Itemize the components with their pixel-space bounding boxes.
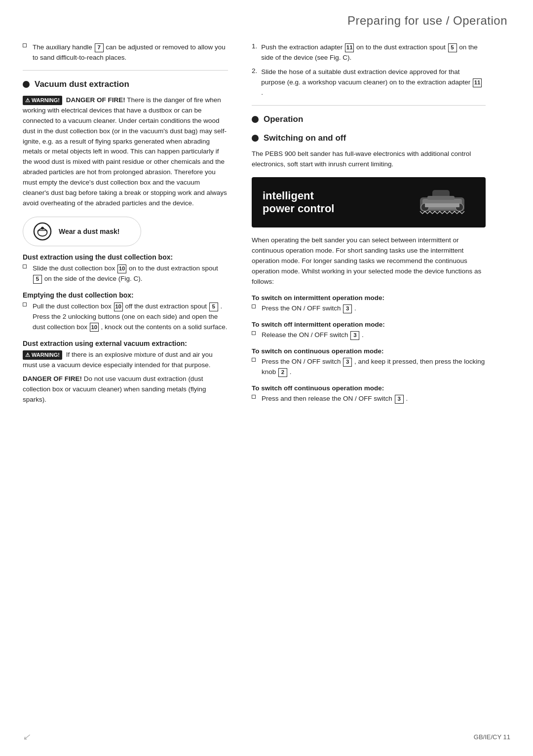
footer: ↙ GB/IE/CY 11 bbox=[0, 731, 533, 742]
emptying-text1: Pull the dust collection box 10 off the … bbox=[33, 302, 228, 333]
num-box-3d: 3 bbox=[395, 395, 404, 404]
num-box-2a: 2 bbox=[278, 368, 287, 377]
external-warning-text: ⚠ WARNING! If there is an explosive mixt… bbox=[23, 350, 228, 371]
bullet-sq-intermittent-on bbox=[252, 304, 256, 308]
right-column: 1. Push the extraction adapter 11 on to … bbox=[242, 42, 508, 410]
switching-section-heading: Switching on and off bbox=[252, 133, 486, 143]
svg-rect-7 bbox=[427, 196, 455, 200]
dust-mask-icon bbox=[33, 222, 52, 241]
svg-point-0 bbox=[34, 223, 51, 240]
divider bbox=[23, 70, 228, 71]
continuous-on-text: Press the ON / OFF switch 3 , and keep i… bbox=[262, 357, 486, 378]
warning-text: ⚠ WARNING! DANGER OF FIRE! There is the … bbox=[23, 95, 228, 209]
switching-heading-label: Switching on and off bbox=[264, 133, 346, 143]
dust-mask-box: Wear a dust mask! bbox=[23, 217, 141, 246]
divider2 bbox=[252, 105, 486, 106]
header-title: Preparing for use / Operation bbox=[347, 14, 507, 27]
bullet-sq-intermittent-off bbox=[252, 331, 256, 335]
step2-text: Slide the hose of a suitable dust extrac… bbox=[261, 67, 486, 98]
bullet-sq-icon3 bbox=[23, 302, 27, 306]
external-warning-icon: ⚠ WARNING! bbox=[23, 350, 62, 360]
operation-section-heading: Operation bbox=[252, 114, 486, 124]
pebs-intro-text: The PEBS 900 belt sander has full-wave e… bbox=[252, 149, 486, 170]
extraction-step-2: 2. Slide the hose of a suitable dust ext… bbox=[252, 67, 486, 98]
continuous-off-text: Press and then release the ON / OFF swit… bbox=[262, 394, 486, 404]
svg-rect-10 bbox=[425, 203, 459, 207]
vacuum-heading-label: Vacuum dust extraction bbox=[35, 79, 129, 89]
step-num-2: 2. bbox=[252, 67, 257, 75]
extraction-step-1: 1. Push the extraction adapter 11 on to … bbox=[252, 42, 486, 63]
ipc-line1: intelligent bbox=[263, 189, 334, 202]
continuous-off-heading: To switch off continuous operation mode: bbox=[252, 384, 486, 392]
dust-collection-text1: Slide the dust collection box 10 on to t… bbox=[33, 264, 228, 284]
bullet-sq-icon bbox=[23, 43, 27, 47]
sander-illustration bbox=[418, 185, 477, 220]
warning-fire-block: ⚠ WARNING! DANGER OF FIRE! There is the … bbox=[23, 95, 228, 209]
svg-point-1 bbox=[38, 228, 47, 236]
num-box-3c: 3 bbox=[343, 358, 352, 367]
ipc-banner: intelligent power control bbox=[252, 177, 486, 227]
num-box-5b: 5 bbox=[209, 302, 218, 311]
num-box-3b: 3 bbox=[350, 331, 359, 340]
page-title: Preparing for use / Operation bbox=[0, 0, 533, 33]
warning-icon: ⚠ WARNING! bbox=[23, 96, 62, 105]
num-box-7: 7 bbox=[95, 43, 104, 52]
num-box-3a: 3 bbox=[343, 304, 352, 313]
step-num-1: 1. bbox=[252, 42, 257, 50]
continuous-on-item: Press the ON / OFF switch 3 , and keep i… bbox=[252, 357, 486, 378]
external-warning-block: ⚠ WARNING! If there is an explosive mixt… bbox=[23, 350, 228, 406]
intermittent-off-text: Release the ON / OFF switch 3 . bbox=[262, 330, 486, 340]
footer-logo: ↙ bbox=[23, 731, 30, 742]
danger-fire-text: DANGER OF FIRE! Do not use vacuum dust e… bbox=[23, 374, 228, 405]
aux-handle-text: The auxiliary handle 7 can be adjusted o… bbox=[33, 42, 228, 63]
operation-heading-label: Operation bbox=[264, 114, 303, 124]
num-box-5c: 5 bbox=[448, 43, 457, 52]
step1-text: Push the extraction adapter 11 on to the… bbox=[261, 42, 486, 63]
num-box-10c: 10 bbox=[90, 323, 99, 332]
content-area: The auxiliary handle 7 can be adjusted o… bbox=[0, 33, 533, 410]
svg-point-3 bbox=[41, 227, 44, 229]
bullet-circle-operation bbox=[252, 116, 259, 123]
intermittent-on-text: Press the ON / OFF switch 3 . bbox=[262, 303, 486, 314]
dust-collection-heading: Dust extraction using the dust collectio… bbox=[23, 253, 228, 261]
emptying-item1: Pull the dust collection box 10 off the … bbox=[23, 302, 228, 333]
bullet-sq-continuous-on bbox=[252, 358, 256, 362]
bullet-sq-continuous-off bbox=[252, 395, 256, 399]
page: Preparing for use / Operation The auxili… bbox=[0, 0, 533, 756]
intermittent-on-heading: To switch on intermittent operation mode… bbox=[252, 294, 486, 302]
num-box-10a: 10 bbox=[117, 265, 126, 273]
bullet-circle-switching bbox=[252, 135, 259, 142]
vacuum-section-heading: Vacuum dust extraction bbox=[23, 79, 228, 89]
num-box-11b: 11 bbox=[473, 78, 482, 87]
continuous-on-heading: To switch on continuous operation mode: bbox=[252, 347, 486, 355]
intermittent-off-heading: To switch off intermittent operation mod… bbox=[252, 321, 486, 328]
num-box-5a: 5 bbox=[33, 275, 42, 284]
external-vacuum-heading: Dust extraction using external vacuum ex… bbox=[23, 340, 228, 347]
intermittent-off-item: Release the ON / OFF switch 3 . bbox=[252, 330, 486, 340]
num-box-11a: 11 bbox=[345, 43, 354, 52]
dust-collection-item1: Slide the dust collection box 10 on to t… bbox=[23, 264, 228, 284]
ipc-line2: power control bbox=[263, 202, 334, 215]
extraction-steps: 1. Push the extraction adapter 11 on to … bbox=[252, 42, 486, 98]
operation-desc-text: When operating the belt sander you can s… bbox=[252, 235, 486, 287]
bullet-sq-icon2 bbox=[23, 265, 27, 268]
emptying-heading: Emptying the dust collection box: bbox=[23, 291, 228, 299]
left-column: The auxiliary handle 7 can be adjusted o… bbox=[0, 42, 242, 410]
intermittent-on-item: Press the ON / OFF switch 3 . bbox=[252, 303, 486, 314]
num-box-10b: 10 bbox=[114, 302, 123, 311]
aux-handle-item: The auxiliary handle 7 can be adjusted o… bbox=[23, 42, 228, 63]
bullet-circle-icon bbox=[23, 81, 30, 88]
dust-mask-label: Wear a dust mask! bbox=[59, 227, 119, 235]
continuous-off-item: Press and then release the ON / OFF swit… bbox=[252, 394, 486, 404]
ipc-text-block: intelligent power control bbox=[263, 189, 334, 216]
footer-page-info: GB/IE/CY 11 bbox=[474, 733, 510, 741]
